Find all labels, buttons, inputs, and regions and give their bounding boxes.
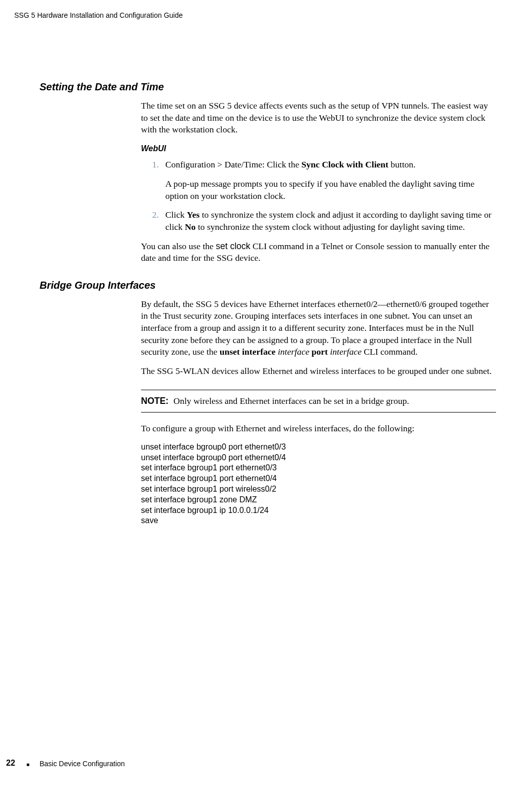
note-text: Only wireless and Ethernet interfaces ca… <box>173 395 496 407</box>
section1-tail: You can also use the set clock CLI comma… <box>141 241 496 264</box>
page-number: 22 <box>6 759 15 768</box>
note-row: NOTE: Only wireless and Ethernet interfa… <box>141 395 496 407</box>
footer-section-name: Basic Device Configuration <box>40 760 125 768</box>
page-content: Setting the Date and Time The time set o… <box>40 81 496 526</box>
note-block: NOTE: Only wireless and Ethernet interfa… <box>141 390 496 413</box>
tail-mono: set clock <box>216 241 250 251</box>
section1-intro: The time set on an SSG 5 device affects … <box>141 100 496 136</box>
p1-post: CLI command. <box>362 347 417 357</box>
note-rule-bottom <box>141 412 496 413</box>
step-2-number: 2. <box>152 209 165 233</box>
footer-bullet-icon: ■ <box>26 762 29 767</box>
section2-p1: By default, the SSG 5 devices have Ether… <box>141 298 496 358</box>
running-header: SSG 5 Hardware Installation and Configur… <box>14 11 183 19</box>
step1-bold: Sync Clock with Client <box>301 159 388 169</box>
section2-p2: The SSG 5-WLAN devices allow Ethernet an… <box>141 365 496 378</box>
step2-post: to synchronize the system clock without … <box>196 222 465 232</box>
cli-code-block: unset interface bgroup0 port ethernet0/3… <box>141 442 496 526</box>
step1-post: button. <box>388 159 415 169</box>
section2-p3: To configure a group with Ethernet and w… <box>141 423 496 435</box>
p1-b2: port <box>311 347 328 357</box>
webui-subhead: WebUI <box>141 143 496 154</box>
step-1: 1. Configuration > Date/Time: Click the … <box>141 159 496 202</box>
step2-b2: No <box>185 222 195 232</box>
p1-i1: interface <box>275 347 311 357</box>
section-heading-bridge-group: Bridge Group Interfaces <box>40 280 496 291</box>
section1-body: The time set on an SSG 5 device affects … <box>141 100 496 264</box>
section2-body: By default, the SSG 5 devices have Ether… <box>141 298 496 526</box>
tail-pre: You can also use the <box>141 241 216 251</box>
note-label: NOTE: <box>141 395 173 407</box>
step-2-text: Click Yes to synchronize the system cloc… <box>165 209 496 233</box>
step-1-number: 1. <box>152 159 165 202</box>
step1-pre: Configuration > Date/Time: Click the <box>165 159 301 169</box>
p1-i2: interface <box>328 347 362 357</box>
step2-pre: Click <box>165 210 187 220</box>
p1-b1: unset interface <box>220 347 275 357</box>
step-2: 2. Click Yes to synchronize the system c… <box>141 209 496 233</box>
step2-b1: Yes <box>187 210 199 220</box>
section-heading-date-time: Setting the Date and Time <box>40 81 496 93</box>
note-rule-top <box>141 390 496 390</box>
step-1-text: Configuration > Date/Time: Click the Syn… <box>165 159 496 202</box>
step1-sub: A pop-up message prompts you to specify … <box>165 178 496 202</box>
